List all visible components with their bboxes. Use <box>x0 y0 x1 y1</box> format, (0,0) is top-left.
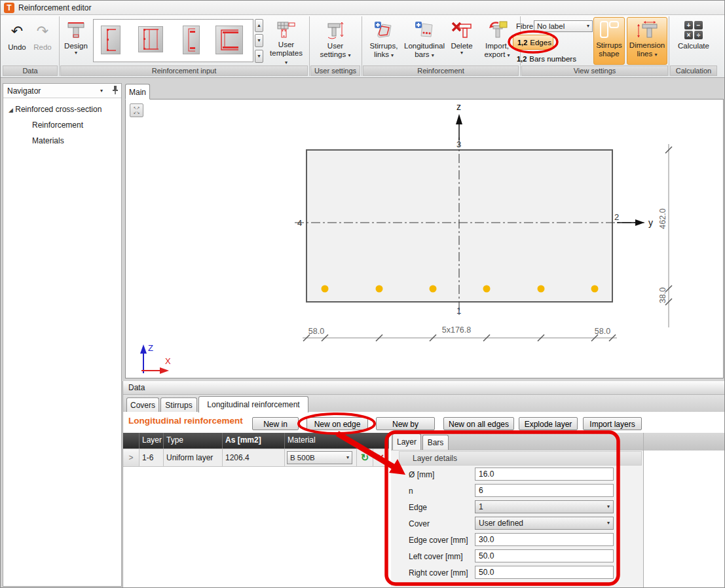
user-templates-button[interactable]: User templates ▾ <box>265 18 308 65</box>
layers-table-row[interactable]: > 1-6 Uniform layer 1206.4 B 500B ▾ ↻ × <box>123 449 389 467</box>
gallery-more-button[interactable]: ▼ <box>255 50 263 63</box>
refresh-icon: ↻ <box>361 452 369 463</box>
longitudinal-bars-button[interactable]: Longitudinal bars ▾ <box>403 18 445 65</box>
user-templates-caret-icon: ▾ <box>285 60 288 65</box>
navigator-dropdown-icon[interactable]: ▾ <box>100 88 103 94</box>
edge-select-value: 1 <box>479 502 483 511</box>
new-on-all-edges-button[interactable]: New on all edges <box>443 417 514 430</box>
edge-cover-input[interactable] <box>475 533 614 546</box>
stirrups-links-caret-icon: ▾ <box>391 52 394 58</box>
tab-longitudinal-reinforcement[interactable]: Longitudinal reinforcement <box>198 396 308 413</box>
fibre-dropdown[interactable]: No label ▾ <box>534 20 593 32</box>
dim-spacing-label: 5x176.8 <box>442 325 472 335</box>
edge-select-caret-icon: ▾ <box>607 504 610 509</box>
stirrups-shape-toggle[interactable]: Stirrups shape <box>593 17 625 65</box>
navigator-panel: Navigator ▾ ◢ Reinforced cross-section R… <box>3 83 122 587</box>
import-export-button[interactable]: Import, export ▾ <box>478 18 516 65</box>
stirrups-shape-icon <box>599 20 620 39</box>
undo-button[interactable]: ↶ Undo <box>5 19 29 62</box>
redo-button[interactable]: ↷ Redo <box>30 19 55 62</box>
edge-number-right: 2 <box>614 212 619 222</box>
template-stirrup-basic[interactable] <box>101 26 121 54</box>
field-label-cover: Cover <box>409 516 430 532</box>
dimension-lines-toggle[interactable]: Dimension lines ▾ <box>627 17 667 65</box>
new-in-line-button[interactable]: New in line <box>252 417 299 430</box>
delete-button[interactable]: Delete ▾ <box>447 18 477 65</box>
tree-item-reinforcement[interactable]: Reinforcement <box>32 120 83 130</box>
delete-x-icon: × <box>378 452 384 463</box>
calculate-button[interactable]: +− ×÷ Calculate <box>673 18 715 65</box>
import-export-icon <box>487 20 508 40</box>
design-icon <box>66 20 86 40</box>
stirrups-links-icon <box>373 20 394 40</box>
left-cover-input[interactable] <box>475 549 614 562</box>
gallery-scroll-down[interactable]: ▼ <box>255 34 263 47</box>
bars-numbers-toggle[interactable]: 1,2 Bars numbers <box>513 52 593 65</box>
header-type: Type <box>164 433 223 449</box>
dimension-lines-icon <box>636 20 658 39</box>
edges-toggle[interactable]: 1,2 Edges <box>513 35 553 50</box>
fibre-dropdown-value: No label <box>537 22 565 30</box>
stirrups-links-button[interactable]: Stirrups, links ▾ <box>365 18 403 65</box>
longitudinal-bars-caret-icon: ▾ <box>432 52 434 58</box>
down-arrow-icon: ▼ <box>257 38 261 43</box>
template-stirrup-heavy[interactable] <box>215 26 243 54</box>
bars-numbers-badge: 1,2 <box>517 55 527 63</box>
header-material: Material <box>285 433 389 449</box>
gallery-scroll-up[interactable]: ▲ <box>255 19 263 32</box>
tab-stirrups[interactable]: Stirrups <box>160 397 197 412</box>
refresh-material-button[interactable]: ↻ <box>357 449 373 467</box>
z-axis-arrow <box>456 114 462 124</box>
edges-badge: 1,2 <box>517 39 527 46</box>
diameter-input[interactable] <box>475 468 614 481</box>
window-title: Reinforcement editor <box>18 3 91 12</box>
tree-item-materials[interactable]: Materials <box>32 136 64 146</box>
edge-number-bottom: 1 <box>456 306 461 316</box>
fibre-dropdown-caret-icon: ▾ <box>587 24 589 29</box>
new-by-spacing-button[interactable]: New by spacing <box>376 417 435 430</box>
delete-layer-button[interactable]: × <box>373 449 389 467</box>
tree-item-reinforced-cross-section[interactable]: ◢ Reinforced cross-section <box>9 104 102 115</box>
reinforcement-editor-window: T Reinforcement editor ↶ Undo ↷ Redo Dat… <box>0 0 725 588</box>
tab-main[interactable]: Main <box>125 84 150 100</box>
user-templates-label-1: User <box>278 41 294 49</box>
new-on-edge-button[interactable]: New on edge <box>307 417 368 430</box>
header-selector-column <box>123 433 139 449</box>
cell-layer: 1-6 <box>139 449 164 467</box>
edge-select[interactable]: 1 ▾ <box>475 500 614 513</box>
tab-bars[interactable]: Bars <box>422 435 449 450</box>
stirrups-links-label-1: Stirrups, <box>370 42 398 50</box>
design-button[interactable]: Design ▾ <box>61 18 91 65</box>
template-top-bottom-bars[interactable] <box>183 26 200 54</box>
tab-layer[interactable]: Layer <box>392 433 421 450</box>
section-heading: Longitudinal reinforcement <box>128 416 243 426</box>
longitudinal-bars-label-2: bars ▾ <box>415 50 434 59</box>
longitudinal-bars-label-1: Longitudinal <box>404 42 445 50</box>
template-stirrup-double[interactable] <box>138 26 163 52</box>
import-layers-button[interactable]: Import layers <box>583 417 642 430</box>
tree-expand-icon[interactable]: ◢ <box>9 107 13 113</box>
tab-covers[interactable]: Covers <box>126 397 159 412</box>
more-icon: ▼ <box>257 54 261 58</box>
field-label-left-cover: Left cover [mm] <box>409 549 463 565</box>
right-cover-input[interactable] <box>475 566 614 579</box>
stirrups-shape-label-2: shape <box>599 50 619 58</box>
cover-select[interactable]: User defined ▾ <box>475 517 614 530</box>
cover-select-caret-icon: ▾ <box>607 521 610 526</box>
n-input[interactable] <box>475 484 614 497</box>
explode-layer-button[interactable]: Explode layer <box>519 417 578 430</box>
delete-caret-icon: ▾ <box>460 50 463 56</box>
pin-icon[interactable] <box>112 85 119 100</box>
row-selector-button[interactable]: > <box>123 449 139 467</box>
dimension-lines-label-2: lines ▾ <box>637 50 658 58</box>
import-export-caret-icon: ▾ <box>508 52 510 58</box>
stirrups-shape-label-1: Stirrups <box>596 41 622 50</box>
dimension-line-bottom <box>303 335 617 341</box>
user-templates-label-2: templates ▾ <box>269 49 303 66</box>
navigator-header[interactable]: Navigator ▾ <box>3 84 121 98</box>
material-dropdown[interactable]: B 500B ▾ <box>287 451 352 464</box>
y-axis-arrow <box>635 219 644 226</box>
user-settings-button[interactable]: User settings ▾ <box>313 18 358 65</box>
group-label-reinforcement: Reinforcement <box>363 65 519 76</box>
drawing-canvas[interactable]: ↖↗ ↙↘ z y 3 4 2 1 <box>125 99 724 378</box>
